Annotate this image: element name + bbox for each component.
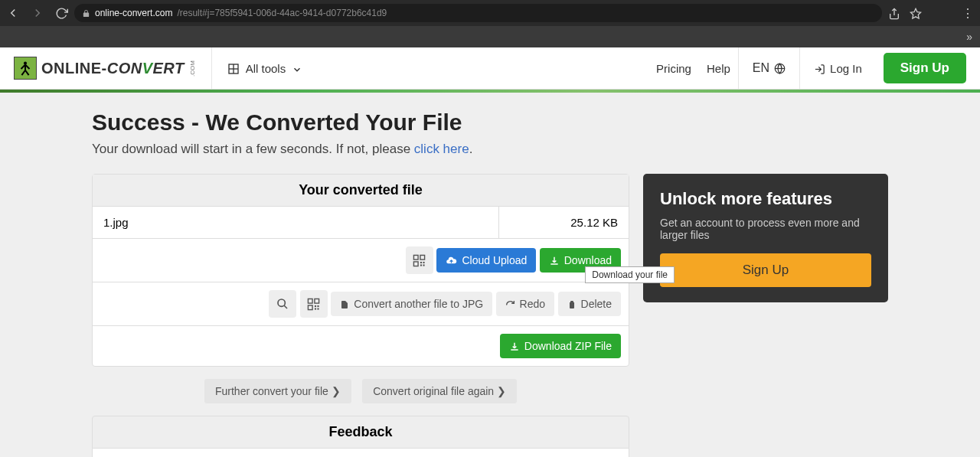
download-tooltip: Download your file: [585, 266, 675, 283]
lang-label: EN: [753, 61, 769, 75]
convert-another-button[interactable]: Convert another file to JPG: [331, 292, 492, 316]
svg-rect-10: [420, 255, 425, 260]
star-icon[interactable]: [910, 6, 922, 20]
qr-code-button-2[interactable]: [300, 290, 328, 318]
kebab-menu-icon[interactable]: ⋮: [962, 6, 974, 21]
page-subhead: Your download will start in a few second…: [92, 142, 888, 157]
click-here-link[interactable]: click here: [414, 142, 469, 156]
feedback-header: Feedback: [92, 416, 629, 449]
logo-com: .COM: [189, 60, 196, 77]
trash-icon: [567, 298, 577, 310]
promo-title: Unlock more features: [660, 189, 871, 209]
back-icon[interactable]: [6, 6, 20, 21]
convert-original-chip[interactable]: Convert original file again ❯: [362, 379, 517, 403]
svg-rect-24: [315, 308, 316, 309]
further-convert-chip[interactable]: Further convert your file ❯: [204, 379, 351, 403]
chevron-right-icon: ❯: [497, 385, 506, 397]
redo-button[interactable]: Redo: [496, 292, 554, 316]
share-icon[interactable]: [888, 6, 900, 20]
promo-signup-button[interactable]: Sign Up: [660, 253, 871, 287]
zoom-button[interactable]: [269, 290, 296, 318]
url-bar[interactable]: online-convert.com/result#j=785f5941-006…: [74, 4, 882, 22]
cloud-upload-button[interactable]: Cloud Upload: [436, 248, 536, 273]
svg-rect-22: [315, 305, 316, 306]
download-zip-button[interactable]: Download ZIP File: [500, 334, 621, 358]
svg-line-18: [284, 305, 287, 308]
svg-point-2: [24, 62, 27, 65]
svg-rect-13: [423, 261, 425, 263]
svg-rect-23: [318, 305, 319, 306]
svg-rect-12: [420, 261, 422, 263]
download-label: Download: [564, 254, 612, 266]
svg-rect-14: [420, 264, 422, 266]
language-selector[interactable]: EN: [738, 47, 800, 89]
delete-label: Delete: [581, 298, 612, 310]
site-header: ONLINE-CONVERT .COM All tools Pricing He…: [0, 47, 980, 90]
promo-text: Get an account to process even more and …: [660, 217, 871, 241]
cloud-upload-icon: [446, 254, 457, 267]
download-zip-label: Download ZIP File: [524, 340, 612, 352]
file-row: 1.jpg 25.12 KB: [93, 207, 629, 239]
download-icon: [509, 340, 520, 352]
delete-button[interactable]: Delete: [558, 292, 621, 316]
svg-rect-15: [423, 264, 425, 266]
login-link[interactable]: Log In: [800, 61, 876, 75]
svg-rect-19: [309, 299, 313, 303]
file-size: 25.12 KB: [498, 207, 629, 238]
reload-icon[interactable]: [55, 6, 68, 20]
page-title: Success - We Converted Your File: [92, 109, 888, 135]
lock-icon: [82, 8, 90, 18]
redo-label: Redo: [520, 298, 545, 310]
svg-rect-21: [309, 305, 313, 309]
login-label: Log In: [830, 62, 862, 75]
browser-toolbar: online-convert.com/result#j=785f5941-006…: [0, 0, 980, 26]
file-icon: [340, 298, 349, 310]
download-icon: [549, 254, 560, 266]
svg-rect-20: [315, 299, 319, 303]
all-tools-menu[interactable]: All tools: [211, 47, 318, 89]
pricing-link[interactable]: Pricing: [648, 62, 699, 75]
all-tools-label: All tools: [246, 62, 286, 75]
svg-rect-25: [318, 308, 319, 309]
bookmarks-bar: »: [0, 26, 980, 47]
chevron-right-icon: ❯: [332, 385, 341, 397]
logo[interactable]: ONLINE-CONVERT .COM: [14, 57, 211, 80]
promo-panel: Unlock more features Get an account to p…: [643, 174, 888, 302]
url-host: online-convert.com: [95, 8, 172, 18]
svg-marker-1: [910, 8, 920, 18]
help-link[interactable]: Help: [699, 62, 738, 75]
panel-header: Your converted file: [93, 175, 629, 207]
forward-icon[interactable]: [31, 6, 44, 21]
svg-rect-11: [414, 261, 419, 266]
cloud-upload-label: Cloud Upload: [462, 254, 527, 266]
chevron-down-icon: [292, 61, 302, 74]
svg-rect-9: [414, 255, 419, 260]
grid-icon: [227, 61, 240, 75]
overflow-icon[interactable]: »: [966, 31, 972, 43]
file-name: 1.jpg: [93, 207, 498, 238]
url-path: /result#j=785f5941-006d-44ac-9414-d0772b…: [177, 8, 387, 18]
convert-another-label: Convert another file to JPG: [354, 298, 483, 310]
svg-point-17: [278, 299, 285, 306]
signup-button[interactable]: Sign Up: [884, 53, 966, 83]
logo-person-icon: [17, 60, 34, 77]
logo-text: ONLINE-CONVERT: [41, 60, 185, 77]
converted-file-panel: Your converted file 1.jpg 25.12 KB Cloud…: [92, 174, 629, 367]
qr-code-button[interactable]: [406, 246, 433, 274]
login-icon: [814, 61, 825, 75]
globe-icon: [774, 61, 786, 75]
redo-icon: [505, 298, 515, 310]
